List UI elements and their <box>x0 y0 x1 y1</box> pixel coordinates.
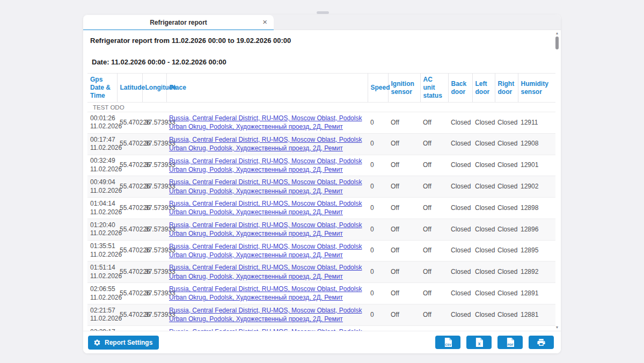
export-pdf-button[interactable]: PDF <box>497 336 523 349</box>
right-door-cell: Closed <box>495 198 518 219</box>
gear-icon <box>93 339 101 346</box>
report-settings-button[interactable]: Report Settings <box>88 336 159 350</box>
report-date-range: Date: 11.02.2026 00:00 - 12.02.2026 00:0… <box>92 58 561 66</box>
latitude-cell: 55.470226 <box>117 325 142 331</box>
report-table: Gps Date & TimeLatitudeLongitudePlaceSpe… <box>87 73 555 331</box>
back-door-cell: Closed <box>448 240 472 262</box>
ac-unit-status-cell: Off <box>420 325 448 331</box>
back-door-cell: Closed <box>448 283 472 304</box>
unit-section-label: TEST ODO <box>87 103 555 112</box>
tab-refrigerator-report[interactable]: Refrigerator report × <box>83 15 274 30</box>
column-header-left-door: Left door <box>472 74 495 103</box>
ac-unit-status-cell: Off <box>420 155 448 176</box>
table-row: 00:49:0411.02.202655.47022637.573933Russ… <box>87 176 555 198</box>
humidity-sensor-cell: 12898 <box>518 198 555 219</box>
ignition-sensor-cell: Off <box>388 198 420 219</box>
place-link[interactable]: Russia, Central Federal District, RU-MOS… <box>169 242 365 259</box>
ac-unit-status-cell: Off <box>420 112 448 134</box>
place-link[interactable]: Russia, Central Federal District, RU-MOS… <box>169 263 365 280</box>
report-window: Refrigerator report × Refrigerator repor… <box>83 14 561 353</box>
right-door-cell: Closed <box>495 262 518 283</box>
place-cell: Russia, Central Federal District, RU-MOS… <box>166 112 368 134</box>
footer-toolbar: Report Settings CSVxPDF <box>83 331 561 353</box>
place-link[interactable]: Russia, Central Federal District, RU-MOS… <box>169 157 365 174</box>
panel-drag-handle[interactable] <box>317 11 329 14</box>
back-door-cell: Closed <box>448 198 472 219</box>
right-door-cell: Closed <box>495 283 518 304</box>
svg-text:x: x <box>478 341 481 346</box>
place-cell: Russia, Central Federal District, RU-MOS… <box>166 219 368 240</box>
ignition-sensor-cell: Off <box>388 304 420 326</box>
right-door-cell: Closed <box>495 219 518 240</box>
export-csv-button[interactable]: CSV <box>435 336 460 349</box>
place-cell: Russia, Central Federal District, RU-MOS… <box>166 262 368 283</box>
place-link[interactable]: Russia, Central Federal District, RU-MOS… <box>169 178 365 195</box>
place-cell: Russia, Central Federal District, RU-MOS… <box>166 325 368 331</box>
speed-cell: 0 <box>368 304 388 326</box>
longitude-cell: 37.573933 <box>142 283 166 304</box>
right-door-cell: Closed <box>495 176 518 198</box>
place-link[interactable]: Russia, Central Federal District, RU-MOS… <box>169 285 365 302</box>
back-door-cell: Closed <box>448 219 472 240</box>
scroll-up-arrow[interactable]: ▲ <box>555 31 559 35</box>
longitude-cell: 37.573933 <box>142 325 166 331</box>
place-cell: Russia, Central Federal District, RU-MOS… <box>166 155 368 176</box>
latitude-cell: 55.470226 <box>117 240 142 262</box>
latitude-cell: 55.470226 <box>117 133 142 155</box>
back-door-cell: Closed <box>448 325 472 331</box>
gps-datetime-cell: 00:49:0411.02.2026 <box>87 176 117 198</box>
longitude-cell: 37.573933 <box>142 112 166 134</box>
gps-datetime-cell: 00:01:2611.02.2026 <box>87 112 117 134</box>
export-button-group: CSVxPDF <box>435 336 554 349</box>
humidity-sensor-cell: 12908 <box>518 133 555 155</box>
latitude-cell: 55.470226 <box>117 304 142 326</box>
right-door-cell: Closed <box>495 112 518 134</box>
place-link[interactable]: Russia, Central Federal District, RU-MOS… <box>169 199 365 216</box>
report-content: Refrigerator report from 11.02.2026 00:0… <box>83 30 561 331</box>
ignition-sensor-cell: Off <box>388 325 420 331</box>
left-door-cell: Closed <box>472 304 495 326</box>
column-header-gps-date-time: Gps Date & Time <box>87 74 117 103</box>
place-link[interactable]: Russia, Central Federal District, RU-MOS… <box>169 306 365 323</box>
gps-datetime-cell: 01:20:4011.02.2026 <box>87 219 117 240</box>
vertical-scrollbar[interactable]: ▲ ▼ <box>554 31 560 330</box>
ac-unit-status-cell: Off <box>420 262 448 283</box>
longitude-cell: 37.573933 <box>142 304 166 326</box>
ac-unit-status-cell: Off <box>420 176 448 198</box>
speed-cell: 0 <box>368 176 388 198</box>
scrollbar-thumb[interactable] <box>555 37 559 49</box>
printer-icon <box>537 338 546 347</box>
place-cell: Russia, Central Federal District, RU-MOS… <box>166 133 368 155</box>
right-door-cell: Closed <box>495 133 518 155</box>
column-header-speed: Speed <box>368 74 388 103</box>
report-title: Refrigerator report from 11.02.2026 00:0… <box>90 37 561 45</box>
place-cell: Russia, Central Federal District, RU-MOS… <box>166 176 368 198</box>
column-header-ac-unit-status: AC unit status <box>420 74 448 103</box>
close-icon[interactable]: × <box>262 18 267 26</box>
column-header-latitude: Latitude <box>117 74 142 103</box>
place-cell: Russia, Central Federal District, RU-MOS… <box>166 283 368 304</box>
back-door-cell: Closed <box>448 112 472 134</box>
export-excel-button[interactable]: x <box>466 336 492 349</box>
right-door-cell: Closed <box>495 240 518 262</box>
place-link[interactable]: Russia, Central Federal District, RU-MOS… <box>169 135 365 153</box>
left-door-cell: Closed <box>472 325 495 331</box>
ac-unit-status-cell: Off <box>420 283 448 304</box>
ac-unit-status-cell: Off <box>420 198 448 219</box>
left-door-cell: Closed <box>472 283 495 304</box>
ignition-sensor-cell: Off <box>388 155 420 176</box>
print-button[interactable] <box>529 336 554 349</box>
gps-datetime-cell: 00:17:4711.02.2026 <box>87 133 117 155</box>
humidity-sensor-cell: 12883 <box>518 325 555 331</box>
column-header-back-door: Back door <box>448 74 472 103</box>
table-row: 02:06:5511.02.202655.47022637.573933Russ… <box>87 283 555 304</box>
table-row: 01:20:4011.02.202655.47022637.573933Russ… <box>87 219 555 240</box>
column-header-humidity-sensor: Humidity sensor <box>518 74 555 103</box>
ignition-sensor-cell: Off <box>388 240 420 262</box>
place-link[interactable]: Russia, Central Federal District, RU-MOS… <box>169 221 365 238</box>
svg-text:CSV: CSV <box>445 343 451 346</box>
latitude-cell: 55.470226 <box>117 219 142 240</box>
gps-datetime-cell: 01:35:5111.02.2026 <box>87 240 117 262</box>
place-link[interactable]: Russia, Central Federal District, RU-MOS… <box>169 114 365 131</box>
scroll-down-arrow[interactable]: ▼ <box>555 325 559 330</box>
